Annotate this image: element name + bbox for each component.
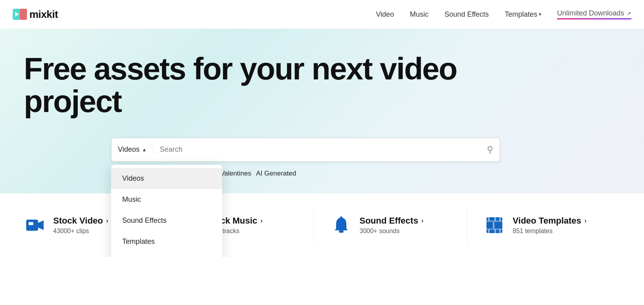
nav-templates[interactable]: Templates ▾ <box>505 10 541 19</box>
templates-chevron-icon: ▾ <box>539 12 541 17</box>
card-video-templates-title: Video Templates › <box>513 216 586 226</box>
dropdown-item-templates[interactable]: Templates <box>111 231 222 252</box>
dropdown-item-icons[interactable]: Icons <box>111 252 222 257</box>
search-bar: Videos ▲ ⚲ <box>111 138 500 162</box>
nav-music[interactable]: Music <box>410 10 429 19</box>
external-link-icon: ↗ <box>627 10 631 17</box>
film-icon <box>483 214 506 236</box>
dropdown-item-sound-effects[interactable]: Sound Effects <box>111 210 222 231</box>
card-sound-effects[interactable]: Sound Effects › 3000+ sounds <box>314 206 467 244</box>
header: mixkit Video Music Sound Effects Templat… <box>0 0 644 29</box>
search-container: Videos ▲ ⚲ Videos Music Sound Effects Te… <box>111 138 500 162</box>
svg-rect-5 <box>29 222 33 225</box>
main-nav: Video Music Sound Effects Templates ▾ Un… <box>376 9 631 19</box>
nav-sound-effects[interactable]: Sound Effects <box>444 10 489 19</box>
card-sound-effects-title: Sound Effects › <box>359 216 423 226</box>
dropdown-item-music[interactable]: Music <box>111 189 222 210</box>
category-chevron-icon: ▲ <box>142 147 147 152</box>
svg-rect-18 <box>499 229 501 233</box>
card-sound-effects-info: Sound Effects › 3000+ sounds <box>359 216 423 235</box>
card-sound-effects-count: 3000+ sounds <box>359 228 423 235</box>
svg-rect-15 <box>488 217 490 221</box>
svg-rect-17 <box>499 217 501 221</box>
svg-rect-10 <box>339 230 344 233</box>
trending-tag-ai-generated[interactable]: AI Generated <box>256 170 296 178</box>
search-category-selector[interactable]: Videos ▲ <box>118 145 154 154</box>
hero-section: Free assets for your next video project … <box>0 29 644 193</box>
logo-icon <box>13 9 27 20</box>
dropdown-item-videos[interactable]: Videos <box>111 168 222 189</box>
logo-wordmark: mixkit <box>29 8 58 21</box>
search-dropdown: Videos Music Sound Effects Templates Ico… <box>111 165 222 257</box>
stock-video-chevron-icon: › <box>106 217 108 224</box>
svg-rect-1 <box>20 9 27 20</box>
trending-tag-valentines[interactable]: Valentines <box>220 170 251 178</box>
nav-video[interactable]: Video <box>376 10 394 19</box>
stock-music-chevron-icon: › <box>260 217 262 224</box>
video-icon <box>24 214 46 236</box>
svg-rect-20 <box>494 217 496 221</box>
card-video-templates-info: Video Templates › 851 templates <box>513 216 586 235</box>
card-stock-video-count: 43000+ clips <box>53 228 108 235</box>
category-cards: Stock Video › 43000+ clips Stock Music ›… <box>0 193 644 257</box>
logo[interactable]: mixkit <box>13 8 58 21</box>
svg-rect-19 <box>493 222 494 228</box>
card-video-templates-count: 851 templates <box>513 228 586 235</box>
svg-marker-4 <box>38 220 44 230</box>
bell-icon <box>330 214 352 236</box>
search-icon[interactable]: ⚲ <box>487 145 493 155</box>
svg-point-11 <box>340 216 342 219</box>
card-stock-video-info: Stock Video › 43000+ clips <box>53 216 108 235</box>
video-templates-chevron-icon: › <box>584 217 586 224</box>
search-category-label: Videos <box>118 145 140 154</box>
search-input[interactable] <box>160 145 487 154</box>
card-video-templates[interactable]: Video Templates › 851 templates <box>467 206 620 244</box>
card-stock-video-title: Stock Video › <box>53 216 108 226</box>
hero-title: Free assets for your next video project <box>24 53 460 118</box>
svg-rect-16 <box>488 229 490 233</box>
svg-rect-21 <box>494 229 496 233</box>
nav-unlimited[interactable]: Unlimited Downloads ↗ <box>557 9 631 19</box>
sound-effects-chevron-icon: › <box>421 217 423 224</box>
